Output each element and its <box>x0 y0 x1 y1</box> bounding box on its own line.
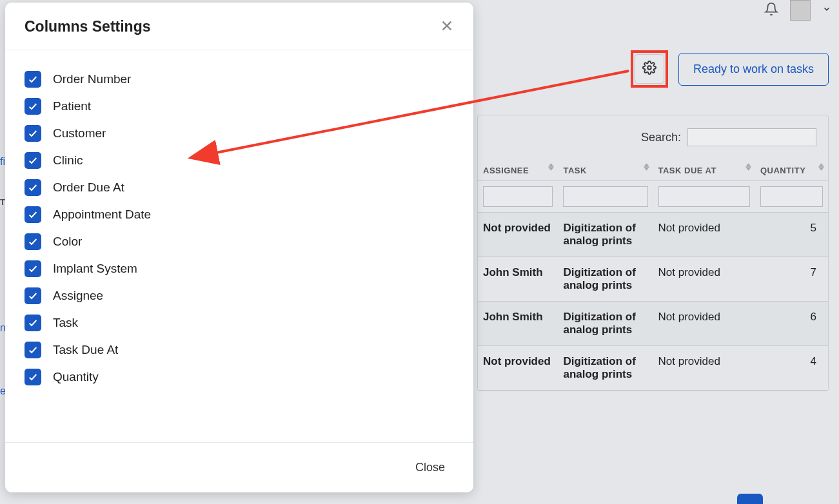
column-toggle-label: Order Due At <box>53 180 124 195</box>
filter-row <box>478 181 828 213</box>
svg-marker-5 <box>745 163 751 166</box>
column-toggle-item: Order Due At <box>25 174 454 201</box>
gear-icon <box>642 61 656 77</box>
svg-marker-4 <box>644 167 649 170</box>
column-toggle-label: Task Due At <box>53 343 118 357</box>
cell-due: Not provided <box>653 302 755 346</box>
avatar[interactable] <box>790 0 811 21</box>
checkbox[interactable] <box>25 179 41 196</box>
table-row[interactable]: Not provided Digitization of analog prin… <box>478 213 828 257</box>
close-icon[interactable] <box>440 19 454 35</box>
checkbox[interactable] <box>25 233 41 250</box>
cell-qty: 6 <box>755 302 828 346</box>
tasks-table-panel: Search: ASSIGNEE TASK TASK DUE AT QUANTI… <box>477 115 829 391</box>
bell-icon[interactable] <box>764 2 778 19</box>
checkbox[interactable] <box>25 98 41 115</box>
svg-point-0 <box>647 66 651 70</box>
column-toggle-label: Order Number <box>53 72 131 86</box>
col-header-quantity[interactable]: QUANTITY <box>755 159 828 181</box>
column-toggle-label: Clinic <box>53 153 83 168</box>
column-toggle-label: Patient <box>53 99 91 113</box>
columns-settings-modal: Columns Settings Order NumberPatientCust… <box>5 3 473 492</box>
checkbox[interactable] <box>25 206 41 223</box>
checkbox[interactable] <box>25 71 41 88</box>
checkbox[interactable] <box>25 369 41 385</box>
cell-due: Not provided <box>653 257 755 302</box>
checkbox[interactable] <box>25 342 41 358</box>
tasks-table: ASSIGNEE TASK TASK DUE AT QUANTITY Not p… <box>478 159 828 391</box>
column-toggle-item: Patient <box>25 93 454 120</box>
columns-settings-button[interactable] <box>635 54 664 84</box>
modal-body: Order NumberPatientCustomerClinicOrder D… <box>5 50 473 442</box>
sort-icon <box>548 163 554 171</box>
svg-marker-7 <box>818 163 824 166</box>
checkbox[interactable] <box>25 125 41 142</box>
sort-icon <box>818 163 824 171</box>
cell-task: Digitization of analog prints <box>558 257 653 302</box>
close-button[interactable]: Close <box>406 457 454 478</box>
cell-assignee: John Smith <box>478 302 558 346</box>
col-header-assignee[interactable]: ASSIGNEE <box>478 159 558 181</box>
pagination-fragment <box>737 494 763 504</box>
edge-text: fi <box>0 156 5 168</box>
cell-task: Digitization of analog prints <box>558 346 653 391</box>
svg-marker-8 <box>818 167 824 170</box>
filter-assignee[interactable] <box>483 186 553 207</box>
filter-task-due-at[interactable] <box>658 186 750 207</box>
column-toggle-item: Quantity <box>25 363 454 391</box>
checkbox[interactable] <box>25 287 41 304</box>
col-header-task[interactable]: TASK <box>558 159 653 181</box>
column-toggle-label: Appointment Date <box>53 208 151 222</box>
col-header-task-due-at[interactable]: TASK DUE AT <box>653 159 755 181</box>
ready-to-work-button[interactable]: Ready to work on tasks <box>678 53 829 86</box>
svg-marker-3 <box>644 163 649 166</box>
column-toggle-label: Customer <box>53 126 106 141</box>
cell-qty: 4 <box>755 346 828 391</box>
chevron-down-icon[interactable] <box>822 5 831 16</box>
edge-text: T <box>0 197 5 207</box>
search-label: Search: <box>641 131 681 144</box>
cell-task: Digitization of analog prints <box>558 302 653 346</box>
column-toggle-item: Assignee <box>25 282 454 309</box>
column-toggle-item: Task Due At <box>25 336 454 363</box>
table-row[interactable]: Not provided Digitization of analog prin… <box>478 346 828 391</box>
column-toggle-label: Task <box>53 316 78 330</box>
sort-icon <box>745 163 751 171</box>
column-toggle-label: Color <box>53 235 82 249</box>
cell-qty: 5 <box>755 213 828 257</box>
svg-marker-2 <box>548 167 554 170</box>
cell-qty: 7 <box>755 257 828 302</box>
columns-settings-gear-highlight <box>631 50 668 88</box>
filter-quantity[interactable] <box>760 186 823 207</box>
column-toggle-item: Color <box>25 228 454 255</box>
cell-assignee: Not provided <box>478 213 558 257</box>
sort-icon <box>644 163 649 171</box>
cell-due: Not provided <box>653 213 755 257</box>
search-input[interactable] <box>687 128 816 146</box>
column-toggle-label: Implant System <box>53 262 137 276</box>
column-toggle-item: Customer <box>25 120 454 147</box>
column-toggle-label: Quantity <box>53 370 99 384</box>
table-row[interactable]: John Smith Digitization of analog prints… <box>478 257 828 302</box>
column-toggle-item: Implant System <box>25 255 454 282</box>
svg-marker-1 <box>548 163 554 166</box>
modal-title: Columns Settings <box>25 18 151 35</box>
cell-task: Digitization of analog prints <box>558 213 653 257</box>
cell-due: Not provided <box>653 346 755 391</box>
column-toggle-item: Task <box>25 309 454 336</box>
checkbox[interactable] <box>25 260 41 277</box>
cell-assignee: Not provided <box>478 346 558 391</box>
checkbox[interactable] <box>25 315 41 331</box>
svg-marker-6 <box>745 167 751 170</box>
checkbox[interactable] <box>25 152 41 169</box>
column-toggle-item: Order Number <box>25 66 454 93</box>
cell-assignee: John Smith <box>478 257 558 302</box>
column-toggle-item: Appointment Date <box>25 201 454 228</box>
table-row[interactable]: John Smith Digitization of analog prints… <box>478 302 828 346</box>
filter-task[interactable] <box>563 186 647 207</box>
column-toggle-item: Clinic <box>25 147 454 174</box>
column-toggle-label: Assignee <box>53 289 103 303</box>
